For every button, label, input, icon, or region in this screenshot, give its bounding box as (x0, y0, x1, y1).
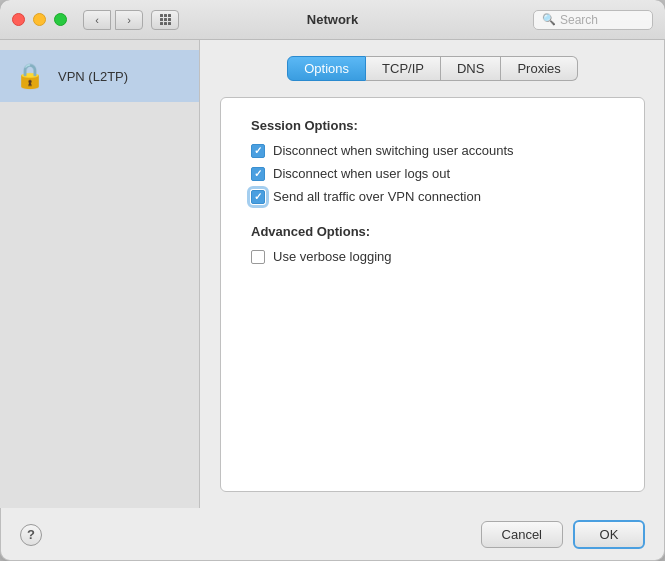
forward-button[interactable]: › (115, 10, 143, 30)
advanced-options-heading: Advanced Options: (251, 224, 614, 239)
options-content: Session Options: Disconnect when switchi… (220, 97, 645, 492)
search-icon: 🔍 (542, 13, 556, 26)
close-button[interactable] (12, 13, 25, 26)
checkbox-item-verbose: Use verbose logging (251, 249, 614, 264)
checkbox-disconnect-switch[interactable] (251, 144, 265, 158)
checkbox-disconnect-switch-label: Disconnect when switching user accounts (273, 143, 514, 158)
session-options-heading: Session Options: (251, 118, 614, 133)
tab-dns[interactable]: DNS (441, 56, 501, 81)
tabs: Options TCP/IP DNS Proxies (287, 56, 578, 81)
tab-proxies[interactable]: Proxies (501, 56, 577, 81)
checkbox-disconnect-logout-label: Disconnect when user logs out (273, 166, 450, 181)
tab-options[interactable]: Options (287, 56, 366, 81)
sidebar-item-vpn[interactable]: 🔒 VPN (L2TP) (0, 50, 199, 102)
sidebar-item-label: VPN (L2TP) (58, 69, 128, 84)
cancel-button[interactable]: Cancel (481, 521, 563, 548)
lock-icon-container: 🔒 (12, 58, 48, 94)
content-area: 🔒 VPN (L2TP) Options TCP/IP DNS Proxies … (0, 40, 665, 508)
network-window: ‹ › Network 🔍 Search 🔒 VPN (L2TP) (0, 0, 665, 561)
window-title: Network (307, 12, 358, 27)
traffic-lights (12, 13, 67, 26)
nav-buttons: ‹ › (83, 10, 143, 30)
grid-icon (160, 14, 171, 25)
checkbox-send-traffic-label: Send all traffic over VPN connection (273, 189, 481, 204)
maximize-button[interactable] (54, 13, 67, 26)
footer: ? Cancel OK (0, 508, 665, 561)
back-button[interactable]: ‹ (83, 10, 111, 30)
sidebar: 🔒 VPN (L2TP) (0, 40, 200, 508)
checkbox-verbose-label: Use verbose logging (273, 249, 392, 264)
checkbox-verbose[interactable] (251, 250, 265, 264)
checkbox-item-send-traffic: Send all traffic over VPN connection (251, 189, 614, 204)
tab-tcpip[interactable]: TCP/IP (366, 56, 441, 81)
ok-button[interactable]: OK (573, 520, 645, 549)
help-button[interactable]: ? (20, 524, 42, 546)
lock-icon: 🔒 (15, 62, 45, 90)
search-input[interactable]: Search (560, 13, 644, 27)
minimize-button[interactable] (33, 13, 46, 26)
titlebar: ‹ › Network 🔍 Search (0, 0, 665, 40)
checkbox-disconnect-logout[interactable] (251, 167, 265, 181)
search-box[interactable]: 🔍 Search (533, 10, 653, 30)
main-panel: Options TCP/IP DNS Proxies Session Optio… (200, 40, 665, 508)
checkbox-item-disconnect-logout: Disconnect when user logs out (251, 166, 614, 181)
checkbox-item-disconnect-switch: Disconnect when switching user accounts (251, 143, 614, 158)
grid-button[interactable] (151, 10, 179, 30)
checkbox-send-traffic[interactable] (251, 190, 265, 204)
